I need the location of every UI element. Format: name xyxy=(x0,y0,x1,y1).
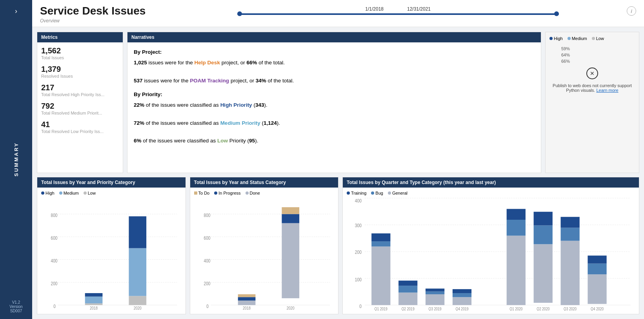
chart2-title: Total Issues by Year and Status Category xyxy=(190,177,338,188)
sidebar: › SUMMARY V1.2 Version SD007 xyxy=(0,0,32,319)
metric-value: 1,562 xyxy=(41,46,119,55)
metrics-panel: Metrics 1,562 Total Issues 1,379 Resolve… xyxy=(37,32,123,173)
svg-text:300: 300 xyxy=(355,222,362,228)
svg-rect-11 xyxy=(85,297,103,303)
svg-text:200: 200 xyxy=(204,280,210,286)
svg-text:200: 200 xyxy=(51,280,58,286)
sidebar-toggle[interactable]: › xyxy=(12,4,20,18)
close-icon[interactable]: ✕ xyxy=(586,67,598,79)
metric-resolved-low: 41 Total Resolved Low Priority Iss... xyxy=(41,120,119,134)
date-range-area: 1/1/2018 12/31/2021 xyxy=(169,6,627,15)
pct-row-1: 64% xyxy=(561,53,635,57)
learn-more-link[interactable]: Learn more xyxy=(596,88,618,93)
svg-rect-64 xyxy=(507,209,526,220)
svg-rect-76 xyxy=(588,255,606,263)
svg-rect-68 xyxy=(534,212,553,226)
svg-text:Q4 2020: Q4 2020 xyxy=(591,306,604,311)
svg-rect-55 xyxy=(426,292,444,294)
chart3-body: Training Bug General 0 100 200 300 400 xyxy=(343,188,639,314)
chart3-svg: 0 100 200 300 400 xyxy=(347,197,635,311)
pct-row-2: 66% xyxy=(561,59,635,64)
metrics-header: Metrics xyxy=(37,32,123,42)
svg-text:0: 0 xyxy=(359,303,362,309)
date-slider[interactable] xyxy=(237,13,559,15)
chart3-legend: Training Bug General xyxy=(347,191,635,195)
publish-message: Publish to web does not currently suppor… xyxy=(549,83,635,93)
chart1-title: Total Issues by Year and Priority Catego… xyxy=(37,177,186,188)
narratives-body: By Project: 1,025 issues were for the He… xyxy=(127,42,541,156)
svg-rect-46 xyxy=(371,246,390,305)
narrative-high: 22% of the issues were classified as Hig… xyxy=(134,101,535,110)
chart1-legend: High Medium Low xyxy=(41,191,182,195)
narrative-low: 6% of the issues were classified as Low … xyxy=(134,137,535,146)
svg-text:Q4 2019: Q4 2019 xyxy=(455,306,468,311)
by-priority-title: By Priority: xyxy=(134,90,535,99)
svg-text:Q2 2019: Q2 2019 xyxy=(402,306,415,311)
chart-priority-year: Total Issues by Year and Priority Catego… xyxy=(37,177,186,314)
legend-high: High xyxy=(549,36,563,41)
metric-value: 41 xyxy=(41,120,119,129)
svg-text:200: 200 xyxy=(355,249,362,255)
svg-text:100: 100 xyxy=(355,276,362,282)
svg-rect-15 xyxy=(129,248,146,296)
metric-resolved-medium: 792 Total Resolved Medium Priorit... xyxy=(41,102,119,115)
page-subtitle: Overview xyxy=(40,18,146,24)
svg-rect-16 xyxy=(129,216,146,248)
chart1-body: High Medium Low 0 200 400 600 800 xyxy=(37,188,186,314)
svg-rect-14 xyxy=(129,296,146,305)
pct-row-0: 59% xyxy=(561,46,635,51)
svg-rect-10 xyxy=(85,303,103,305)
chart-status-year: Total Issues by Year and Status Category… xyxy=(190,177,339,314)
svg-text:2020: 2020 xyxy=(286,306,294,310)
legend-medium: Medium xyxy=(568,36,587,41)
svg-text:2020: 2020 xyxy=(134,306,142,310)
svg-text:Q2 2020: Q2 2020 xyxy=(537,306,549,311)
svg-rect-59 xyxy=(453,293,471,297)
svg-text:400: 400 xyxy=(204,257,210,263)
svg-text:800: 800 xyxy=(51,212,58,218)
svg-rect-47 xyxy=(371,241,390,246)
info-icon[interactable]: i xyxy=(627,6,636,16)
svg-rect-60 xyxy=(453,289,471,293)
python-panel: High Medium Low 59% 64% 66% ✕ xyxy=(545,32,639,173)
metric-total-issues: 1,562 Total Issues xyxy=(41,46,119,60)
svg-rect-28 xyxy=(238,301,255,305)
priority-legend: High Medium Low xyxy=(549,36,635,41)
svg-rect-29 xyxy=(238,297,255,301)
svg-rect-74 xyxy=(588,274,606,304)
metric-value: 792 xyxy=(41,102,119,111)
svg-rect-71 xyxy=(561,228,580,241)
metric-label: Total Issues xyxy=(41,55,119,60)
narrative-medium: 72% of the issues were classified as Med… xyxy=(134,119,535,128)
date-start[interactable]: 1/1/2018 xyxy=(365,6,384,12)
by-project-title: By Project: xyxy=(134,48,535,57)
svg-text:400: 400 xyxy=(51,257,58,263)
chart3-title: Total Issues by Quarter and Type Categor… xyxy=(343,177,639,188)
legend-low: Low xyxy=(592,36,604,41)
svg-rect-12 xyxy=(85,293,103,297)
chart2-body: To Do In Progress Done 0 200 400 600 800 xyxy=(190,188,338,314)
svg-text:0: 0 xyxy=(53,303,56,309)
metric-value: 1,379 xyxy=(41,65,119,74)
date-end[interactable]: 12/31/2021 xyxy=(407,6,431,12)
svg-text:800: 800 xyxy=(204,212,210,218)
svg-text:600: 600 xyxy=(204,235,210,241)
narrative-line1: 1,025 issues were for the Help Desk proj… xyxy=(134,58,535,67)
svg-text:Q1 2019: Q1 2019 xyxy=(375,306,387,311)
svg-text:2018: 2018 xyxy=(243,306,251,310)
pct-bars: 59% 64% 66% xyxy=(561,46,635,65)
svg-rect-63 xyxy=(507,220,526,236)
svg-text:0: 0 xyxy=(206,303,209,309)
svg-rect-33 xyxy=(282,214,299,223)
svg-rect-50 xyxy=(398,293,417,305)
metric-label: Total Resolved Medium Priorit... xyxy=(41,111,119,115)
metric-resolved-high: 217 Total Resolved High Priority Iss... xyxy=(41,83,119,97)
narratives-header: Narratives xyxy=(127,32,541,42)
svg-rect-56 xyxy=(426,288,444,291)
narratives-panel: Narratives By Project: 1,025 issues were… xyxy=(127,32,541,173)
chart1-svg: 0 200 400 600 800 xyxy=(41,197,182,311)
bottom-row: Total Issues by Year and Priority Catego… xyxy=(37,177,639,314)
narrative-priority-block: By Priority: 22% of the issues were clas… xyxy=(134,90,535,146)
svg-rect-72 xyxy=(561,217,580,228)
chart2-legend: To Do In Progress Done xyxy=(194,191,335,195)
